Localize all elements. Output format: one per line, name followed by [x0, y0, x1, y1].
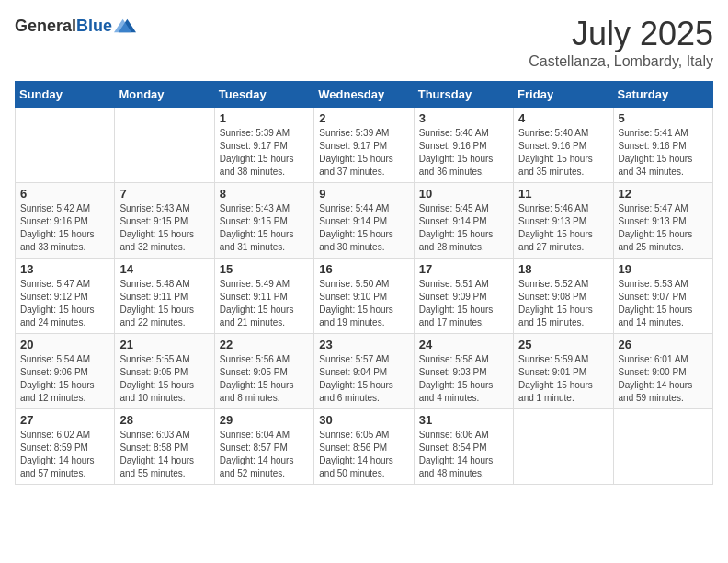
calendar-cell: 9Sunrise: 5:44 AMSunset: 9:14 PMDaylight… [314, 183, 414, 259]
day-number: 26 [619, 338, 708, 351]
day-number: 4 [518, 111, 608, 125]
day-info: Sunrise: 5:39 AMSunset: 9:17 PMDaylight:… [220, 127, 309, 178]
day-number: 24 [419, 338, 508, 351]
day-info: Sunrise: 5:46 AMSunset: 9:13 PMDaylight:… [518, 202, 608, 254]
day-number: 6 [20, 187, 109, 201]
day-info: Sunrise: 5:48 AMSunset: 9:11 PMDaylight:… [119, 278, 209, 329]
day-info: Sunrise: 5:47 AMSunset: 9:13 PMDaylight:… [619, 202, 708, 254]
weekday-header: Wednesday [314, 82, 414, 108]
day-info: Sunrise: 6:02 AMSunset: 8:59 PMDaylight:… [20, 429, 109, 480]
calendar-cell: 30Sunrise: 6:05 AMSunset: 8:56 PMDayligh… [314, 409, 414, 485]
day-number: 12 [619, 187, 708, 201]
title-area: July 2025 Castellanza, Lombardy, Italy [529, 15, 713, 70]
calendar-header-row: SundayMondayTuesdayWednesdayThursdayFrid… [16, 82, 713, 108]
location-title: Castellanza, Lombardy, Italy [529, 53, 713, 70]
calendar-week-row: 6Sunrise: 5:42 AMSunset: 9:16 PMDaylight… [16, 183, 713, 259]
calendar-week-row: 13Sunrise: 5:47 AMSunset: 9:12 PMDayligh… [16, 259, 713, 334]
calendar-week-row: 20Sunrise: 5:54 AMSunset: 9:06 PMDayligh… [16, 334, 713, 409]
calendar-cell: 17Sunrise: 5:51 AMSunset: 9:09 PMDayligh… [414, 259, 513, 334]
calendar-cell: 25Sunrise: 5:59 AMSunset: 9:01 PMDayligh… [514, 334, 613, 409]
day-number: 2 [319, 111, 408, 125]
weekday-header: Sunday [16, 82, 115, 108]
day-number: 31 [419, 413, 508, 427]
day-info: Sunrise: 5:40 AMSunset: 9:16 PMDaylight:… [518, 127, 608, 178]
day-info: Sunrise: 5:42 AMSunset: 9:16 PMDaylight:… [20, 202, 109, 254]
weekday-header: Thursday [414, 82, 513, 108]
calendar-cell: 1Sunrise: 5:39 AMSunset: 9:17 PMDaylight… [214, 108, 313, 183]
calendar-cell: 13Sunrise: 5:47 AMSunset: 9:12 PMDayligh… [16, 259, 115, 334]
day-number: 17 [419, 262, 508, 276]
logo-icon [114, 15, 136, 37]
calendar-cell: 10Sunrise: 5:45 AMSunset: 9:14 PMDayligh… [414, 183, 513, 259]
calendar-cell: 28Sunrise: 6:03 AMSunset: 8:58 PMDayligh… [115, 409, 214, 485]
day-info: Sunrise: 5:55 AMSunset: 9:05 PMDaylight:… [119, 353, 209, 405]
calendar-cell [514, 409, 613, 485]
day-info: Sunrise: 5:47 AMSunset: 9:12 PMDaylight:… [20, 278, 109, 329]
calendar-cell: 16Sunrise: 5:50 AMSunset: 9:10 PMDayligh… [314, 259, 414, 334]
day-number: 25 [518, 338, 608, 351]
day-number: 13 [20, 262, 109, 276]
page-header: GeneralBlue July 2025 Castellanza, Lomba… [15, 15, 713, 70]
day-info: Sunrise: 5:53 AMSunset: 9:07 PMDaylight:… [619, 278, 708, 329]
calendar-cell: 14Sunrise: 5:48 AMSunset: 9:11 PMDayligh… [115, 259, 214, 334]
day-number: 10 [419, 187, 508, 201]
weekday-header: Monday [115, 82, 214, 108]
day-info: Sunrise: 6:01 AMSunset: 9:00 PMDaylight:… [619, 353, 708, 405]
day-info: Sunrise: 5:45 AMSunset: 9:14 PMDaylight:… [419, 202, 508, 254]
day-number: 1 [220, 111, 309, 125]
calendar-cell: 2Sunrise: 5:39 AMSunset: 9:17 PMDaylight… [314, 108, 414, 183]
day-info: Sunrise: 5:39 AMSunset: 9:17 PMDaylight:… [319, 127, 408, 178]
calendar-cell: 27Sunrise: 6:02 AMSunset: 8:59 PMDayligh… [16, 409, 115, 485]
day-info: Sunrise: 5:50 AMSunset: 9:10 PMDaylight:… [319, 278, 408, 329]
day-number: 21 [119, 338, 209, 351]
calendar-cell: 31Sunrise: 6:06 AMSunset: 8:54 PMDayligh… [414, 409, 513, 485]
calendar-cell [16, 108, 115, 183]
day-number: 27 [20, 413, 109, 427]
weekday-header: Saturday [613, 82, 712, 108]
day-number: 20 [20, 338, 109, 351]
day-number: 23 [319, 338, 408, 351]
day-info: Sunrise: 5:43 AMSunset: 9:15 PMDaylight:… [220, 202, 309, 254]
day-info: Sunrise: 5:43 AMSunset: 9:15 PMDaylight:… [119, 202, 209, 254]
day-number: 9 [319, 187, 408, 201]
day-info: Sunrise: 5:56 AMSunset: 9:05 PMDaylight:… [220, 353, 309, 405]
calendar-cell: 19Sunrise: 5:53 AMSunset: 9:07 PMDayligh… [613, 259, 712, 334]
day-info: Sunrise: 5:41 AMSunset: 9:16 PMDaylight:… [619, 127, 708, 178]
weekday-header: Friday [514, 82, 613, 108]
day-number: 14 [119, 262, 209, 276]
calendar-cell: 3Sunrise: 5:40 AMSunset: 9:16 PMDaylight… [414, 108, 513, 183]
day-number: 19 [619, 262, 708, 276]
calendar-week-row: 27Sunrise: 6:02 AMSunset: 8:59 PMDayligh… [16, 409, 713, 485]
calendar-cell: 12Sunrise: 5:47 AMSunset: 9:13 PMDayligh… [613, 183, 712, 259]
day-info: Sunrise: 5:54 AMSunset: 9:06 PMDaylight:… [20, 353, 109, 405]
day-number: 22 [220, 338, 309, 351]
day-number: 30 [319, 413, 408, 427]
day-info: Sunrise: 5:49 AMSunset: 9:11 PMDaylight:… [220, 278, 309, 329]
calendar-cell: 29Sunrise: 6:04 AMSunset: 8:57 PMDayligh… [214, 409, 313, 485]
month-title: July 2025 [529, 15, 713, 53]
day-number: 8 [220, 187, 309, 201]
day-number: 28 [119, 413, 209, 427]
calendar-cell: 8Sunrise: 5:43 AMSunset: 9:15 PMDaylight… [214, 183, 313, 259]
logo-blue-text: Blue [76, 17, 112, 35]
calendar-cell: 23Sunrise: 5:57 AMSunset: 9:04 PMDayligh… [314, 334, 414, 409]
calendar-cell: 20Sunrise: 5:54 AMSunset: 9:06 PMDayligh… [16, 334, 115, 409]
day-number: 29 [220, 413, 309, 427]
day-number: 3 [419, 111, 508, 125]
day-info: Sunrise: 5:51 AMSunset: 9:09 PMDaylight:… [419, 278, 508, 329]
calendar-cell: 5Sunrise: 5:41 AMSunset: 9:16 PMDaylight… [613, 108, 712, 183]
calendar-cell: 26Sunrise: 6:01 AMSunset: 9:00 PMDayligh… [613, 334, 712, 409]
day-number: 16 [319, 262, 408, 276]
logo: GeneralBlue [15, 15, 136, 37]
day-info: Sunrise: 5:59 AMSunset: 9:01 PMDaylight:… [518, 353, 608, 405]
day-info: Sunrise: 6:06 AMSunset: 8:54 PMDaylight:… [419, 429, 508, 480]
calendar-cell: 15Sunrise: 5:49 AMSunset: 9:11 PMDayligh… [214, 259, 313, 334]
day-number: 11 [518, 187, 608, 201]
calendar-cell: 11Sunrise: 5:46 AMSunset: 9:13 PMDayligh… [514, 183, 613, 259]
calendar-cell: 21Sunrise: 5:55 AMSunset: 9:05 PMDayligh… [115, 334, 214, 409]
day-info: Sunrise: 5:58 AMSunset: 9:03 PMDaylight:… [419, 353, 508, 405]
calendar-cell [613, 409, 712, 485]
day-info: Sunrise: 6:05 AMSunset: 8:56 PMDaylight:… [319, 429, 408, 480]
day-number: 18 [518, 262, 608, 276]
calendar-cell: 22Sunrise: 5:56 AMSunset: 9:05 PMDayligh… [214, 334, 313, 409]
